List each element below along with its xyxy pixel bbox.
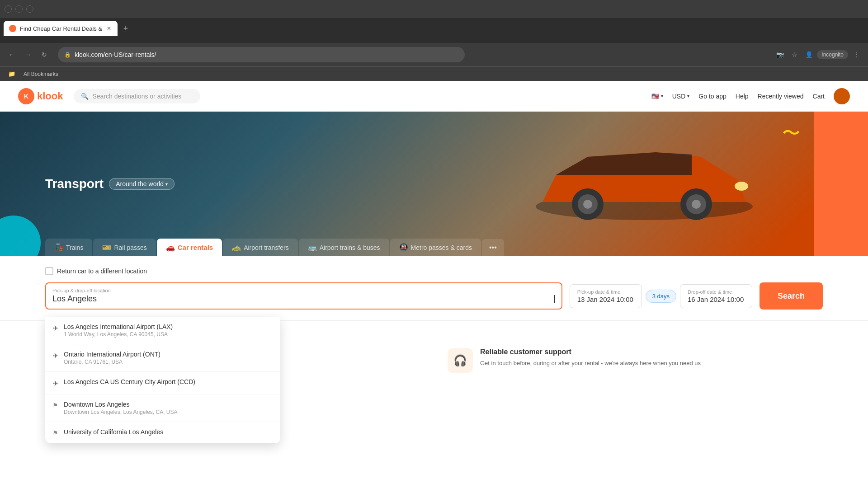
dropdown-item-downtown-name: Downtown Los Angeles xyxy=(64,401,177,408)
tab-rail-passes[interactable]: 🎫 Rail passes xyxy=(93,239,156,256)
forward-button[interactable]: → xyxy=(22,48,34,61)
dropdown-item-ccd[interactable]: ✈ Los Angeles CA US Century City Airport… xyxy=(45,372,280,394)
url-text: klook.com/en-US/car-rentals/ xyxy=(75,51,458,58)
tab-title: Find Cheap Car Rental Deals & xyxy=(20,25,102,32)
profile-icon[interactable]: 👤 xyxy=(802,48,815,61)
metro-passes-icon: 🚇 xyxy=(399,243,408,252)
bookmarks-folder-icon[interactable]: 📁 xyxy=(5,68,18,80)
hero-transport-label: Transport Around the world ▾ xyxy=(45,177,175,191)
hero-orange-accent xyxy=(814,112,868,256)
tab-airport-transfers[interactable]: 🚕 Airport transfers xyxy=(223,239,298,256)
help-link[interactable]: Help xyxy=(736,93,749,100)
currency-selector[interactable]: USD ▾ xyxy=(672,93,690,100)
browser-titlebar: ─ □ ✕ xyxy=(0,0,868,18)
language-selector[interactable]: 🇺🇸 ▾ xyxy=(651,93,663,100)
dropdown-item-downtown[interactable]: ⚑ Downtown Los Angeles Downtown Los Ange… xyxy=(45,394,280,422)
browser-toolbar: ← → ↻ 🔒 klook.com/en-US/car-rentals/ 📷 ☆… xyxy=(0,43,868,66)
world-badge[interactable]: Around the world ▾ xyxy=(109,178,175,190)
search-button[interactable]: Search xyxy=(760,282,823,310)
tab-car-rentals-label: Car rentals xyxy=(178,244,213,251)
dropdown-item-ucla-name: University of California Los Angeles xyxy=(64,428,163,436)
close-button[interactable]: ✕ xyxy=(26,5,33,13)
currency-chevron: ▾ xyxy=(687,94,689,99)
dropoff-date-label: Drop-off date & time xyxy=(688,289,745,295)
trains-icon: 🚂 xyxy=(54,243,63,252)
car-rentals-icon: 🚗 xyxy=(166,243,175,252)
new-tab-button[interactable]: + xyxy=(119,22,132,35)
page-content: K klook 🔍 Search destinations or activit… xyxy=(0,81,868,400)
camera-icon[interactable]: 📷 xyxy=(774,48,786,61)
support-desc: Get in touch before, during or after you… xyxy=(480,359,701,368)
dropoff-date-wrapper[interactable]: Drop-off date & time 16 Jan 2024 10:00 xyxy=(680,284,752,308)
return-car-checkbox[interactable] xyxy=(45,267,53,275)
pickup-date-wrapper[interactable]: Pick-up date & time 13 Jan 2024 10:00 xyxy=(570,284,642,308)
bookmark-star-icon[interactable]: ☆ xyxy=(788,48,801,61)
days-badge[interactable]: 3 days xyxy=(646,290,676,303)
all-bookmarks-link[interactable]: All Bookmarks xyxy=(24,71,58,77)
flag-icon: 🇺🇸 xyxy=(651,93,659,100)
url-bar[interactable]: 🔒 klook.com/en-US/car-rentals/ xyxy=(58,47,465,62)
world-badge-text: Around the world xyxy=(116,180,164,188)
dropdown-item-lax-addr: 1 World Way, Los Angeles, CA 90045, USA xyxy=(64,331,173,338)
header-search-bar[interactable]: 🔍 Search destinations or activities xyxy=(74,89,200,103)
transport-tabs: 🚂 Trains 🎫 Rail passes 🚗 Car rentals 🚕 A… xyxy=(45,239,504,256)
cursor-blink xyxy=(554,295,555,303)
pickup-date-value: 13 Jan 2024 10:00 xyxy=(577,296,634,303)
rail-passes-icon: 🎫 xyxy=(102,243,111,252)
klook-logo[interactable]: K klook xyxy=(18,88,63,104)
more-tabs-button[interactable]: ••• xyxy=(482,239,504,256)
minimize-button[interactable]: ─ xyxy=(5,5,12,13)
transport-text: Transport xyxy=(45,177,104,191)
tab-trains-label: Trains xyxy=(66,244,83,251)
tab-bar: Find Cheap Car Rental Deals & ✕ + xyxy=(0,18,868,36)
location-icon-ucla: ⚑ xyxy=(52,429,58,436)
hero-content: Transport Around the world ▾ xyxy=(45,177,175,191)
location-dropdown: ✈ Los Angeles International Airport (LAX… xyxy=(45,317,280,443)
tab-car-rentals[interactable]: 🚗 Car rentals xyxy=(157,239,222,256)
tab-airport-trains[interactable]: 🚌 Airport trains & buses xyxy=(299,239,389,256)
dropdown-item-lax[interactable]: ✈ Los Angeles International Airport (LAX… xyxy=(45,317,280,344)
reload-button[interactable]: ↻ xyxy=(38,48,51,61)
browser-tab-active[interactable]: Find Cheap Car Rental Deals & ✕ xyxy=(4,21,118,36)
tab-trains[interactable]: 🚂 Trains xyxy=(45,239,92,256)
hero-section: 〜 Transport Aro xyxy=(0,112,868,256)
klook-logo-icon: K xyxy=(18,88,34,104)
tab-close-button[interactable]: ✕ xyxy=(106,24,112,33)
bookmarks-bar: 📁 All Bookmarks xyxy=(0,66,868,81)
airport-icon-lax: ✈ xyxy=(52,324,58,333)
benefit-support: 🎧 Reliable customer support Get in touch… xyxy=(448,348,823,373)
svg-point-9 xyxy=(735,182,748,191)
tab-rail-passes-label: Rail passes xyxy=(114,244,146,251)
tab-metro-passes[interactable]: 🚇 Metro passes & cards xyxy=(390,239,481,256)
dropdown-item-ont[interactable]: ✈ Ontario International Airport (ONT) On… xyxy=(45,344,280,372)
return-car-label[interactable]: Return car to a different location xyxy=(57,267,147,275)
dropdown-item-ucla[interactable]: ⚑ University of California Los Angeles xyxy=(45,422,280,443)
search-icon: 🔍 xyxy=(81,93,89,100)
location-input-wrapper[interactable]: Pick-up & drop-off location xyxy=(45,282,562,310)
location-icon-downtown: ⚑ xyxy=(52,402,58,409)
currency-label: USD xyxy=(672,93,686,100)
search-inputs-row: Pick-up & drop-off location Pick-up date… xyxy=(45,282,823,310)
support-title: Reliable customer support xyxy=(480,348,701,356)
window-controls: ─ □ ✕ xyxy=(5,5,33,13)
cart-link[interactable]: Cart xyxy=(813,93,825,100)
maximize-button[interactable]: □ xyxy=(15,5,23,13)
location-input-label: Pick-up & drop-off location xyxy=(52,288,555,293)
incognito-badge[interactable]: Incognito xyxy=(817,50,848,59)
go-to-app-link[interactable]: Go to app xyxy=(698,93,726,100)
dropdown-item-ont-addr: Ontario, CA 91761, USA xyxy=(64,359,160,365)
browser-chrome: ─ □ ✕ Find Cheap Car Rental Deals & ✕ + xyxy=(0,0,868,43)
search-form-container: Return car to a different location Pick-… xyxy=(0,256,868,321)
menu-icon[interactable]: ⋮ xyxy=(850,48,863,61)
dropdown-item-downtown-addr: Downtown Los Angeles, Los Angeles, CA, U… xyxy=(64,409,177,415)
location-input[interactable] xyxy=(52,294,553,304)
svg-point-5 xyxy=(583,200,592,209)
hero-yellow-squiggle: 〜 xyxy=(782,121,800,145)
user-avatar[interactable] xyxy=(834,88,850,104)
airport-icon-ccd: ✈ xyxy=(52,379,58,388)
recently-viewed-link[interactable]: Recently viewed xyxy=(758,93,804,100)
pickup-date-label: Pick-up date & time xyxy=(577,289,634,295)
support-icon: 🎧 xyxy=(448,348,473,373)
flag-chevron: ▾ xyxy=(661,94,663,99)
back-button[interactable]: ← xyxy=(5,48,18,61)
